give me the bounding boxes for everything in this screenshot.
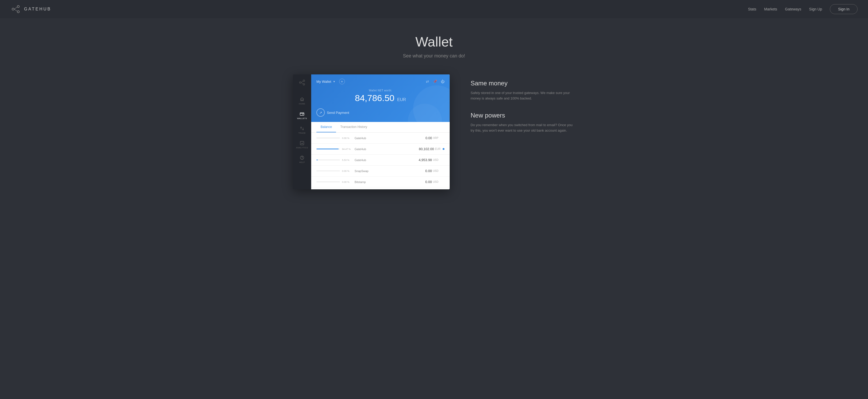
wallet-name-row: My Wallet ▾ +	[316, 78, 345, 84]
wallet-header-actions: ⇄ 📌 ⏻	[426, 79, 444, 84]
wallet-tabs: Balance Transaction History	[311, 122, 450, 133]
balance-currency: XRP	[433, 137, 438, 139]
sidebar-item-analytics[interactable]: ANALYTICS	[296, 138, 309, 151]
feature-block-0: Same money Safely stored in one of your …	[471, 80, 575, 101]
balance-bar-container	[316, 138, 340, 138]
balance-amount: 80,102.00	[419, 147, 434, 151]
send-payment-label: Send Payment	[327, 111, 349, 114]
sidebar-item-help[interactable]: HELP	[296, 153, 309, 166]
balance-table: 0.00 % GateHub 0.00 XRP 94.47 % GateHub …	[311, 133, 450, 189]
sidebar-help-label: HELP	[299, 161, 305, 163]
sidebar-wallets-label: WALLETS	[297, 117, 307, 120]
sidebar: HOME WALLETS TRADE	[293, 74, 311, 189]
balance-gateway: Bitstamp	[352, 180, 425, 184]
svg-point-1	[17, 5, 19, 7]
balance-bar-container	[316, 181, 340, 182]
wallet-name: My Wallet	[316, 80, 331, 84]
tab-transaction-history[interactable]: Transaction History	[336, 122, 371, 132]
balance-bar-container	[316, 148, 340, 149]
logo-area: GATEHUB	[10, 4, 51, 14]
add-wallet-button[interactable]: +	[339, 78, 345, 84]
balance-row: 0.00 % SnapSwap 0.00 USD	[311, 166, 450, 176]
nav-signup[interactable]: Sign Up	[809, 7, 822, 11]
balance-amount: 0.00	[425, 136, 432, 140]
svg-point-5	[300, 82, 301, 83]
shuffle-icon[interactable]: ⇄	[426, 79, 429, 84]
send-payment-button[interactable]: ↗ Send Payment	[316, 108, 349, 117]
hero-title: Wallet	[5, 34, 863, 49]
feature-text-0: Safely stored in one of your trusted gat…	[471, 90, 575, 101]
svg-point-7	[303, 84, 305, 85]
balance-bar-container	[316, 170, 340, 171]
home-icon	[300, 97, 304, 102]
sidebar-item-home[interactable]: HOME	[296, 94, 309, 107]
balance-bar-track	[316, 148, 340, 149]
balance-gateway: SnapSwap	[352, 169, 425, 173]
net-worth-amount: 84,786.50	[355, 93, 394, 103]
sidebar-home-label: HOME	[299, 103, 305, 105]
balance-bar-fill	[316, 160, 318, 160]
feature-title-0: Same money	[471, 80, 575, 87]
svg-line-3	[14, 7, 17, 9]
balance-amount: 0.00	[425, 169, 432, 173]
svg-line-4	[14, 9, 17, 11]
sidebar-item-wallets[interactable]: WALLETS	[296, 109, 309, 122]
balance-currency: EUR	[435, 147, 440, 151]
sidebar-logo	[298, 78, 306, 88]
wallet-mockup: HOME WALLETS TRADE	[293, 74, 450, 189]
balance-bar-track	[316, 181, 340, 182]
help-icon	[300, 155, 304, 160]
balance-bar-container	[316, 160, 340, 160]
nav-stats[interactable]: Stats	[748, 7, 756, 11]
logo-text: GATEHUB	[24, 7, 51, 11]
logo-icon	[10, 4, 21, 14]
signin-button[interactable]: Sign In	[830, 4, 858, 14]
svg-point-13	[302, 159, 302, 159]
balance-percent: 5.53 %	[342, 159, 352, 161]
sidebar-trade-label: TRADE	[299, 132, 306, 134]
trade-icon	[300, 126, 304, 131]
balance-percent: 0.00 %	[342, 181, 352, 183]
balance-row: 5.53 % GateHub 4,953.98 USD	[311, 155, 450, 166]
nav-gateways[interactable]: Gateways	[785, 7, 801, 11]
power-icon[interactable]: ⏻	[441, 79, 444, 84]
balance-currency: USD	[433, 169, 438, 172]
nav-markets[interactable]: Markets	[764, 7, 777, 11]
svg-point-2	[17, 11, 19, 13]
wallet-icon	[300, 111, 304, 116]
balance-bar-track	[316, 138, 340, 138]
balance-gateway: GateHub	[352, 137, 425, 140]
balance-dot	[443, 148, 444, 150]
right-panel: Same money Safely stored in one of your …	[465, 74, 575, 189]
pin-icon[interactable]: 📌	[433, 79, 437, 84]
hero-subtitle: See what your money can do!	[5, 53, 863, 59]
balance-row: 94.47 % GateHub 80,102.00 EUR	[311, 144, 450, 155]
analytics-icon	[300, 141, 304, 145]
balance-bar-fill	[316, 148, 339, 149]
chevron-down-icon[interactable]: ▾	[333, 80, 335, 83]
balance-row: 0.00 % Bitstamp 0.00 USD	[311, 176, 450, 188]
sidebar-item-trade[interactable]: TRADE	[296, 124, 309, 137]
feature-block-1: New powers Do you remember when you swit…	[471, 112, 575, 133]
send-icon: ↗	[316, 108, 325, 117]
balance-percent: 0.00 %	[342, 170, 352, 172]
balance-bar-track	[316, 170, 340, 171]
balance-percent: 94.47 %	[342, 148, 352, 151]
balance-percent: 0.00 %	[342, 137, 352, 139]
nav-links: Stats Markets Gateways Sign Up Sign In	[748, 4, 858, 14]
net-worth-currency: EUR	[397, 97, 406, 102]
feature-text-1: Do you remember when you switched from m…	[471, 122, 575, 133]
svg-point-0	[12, 8, 14, 10]
top-nav: GATEHUB Stats Markets Gateways Sign Up S…	[0, 0, 868, 18]
tab-balance[interactable]: Balance	[316, 122, 336, 132]
main-content: HOME WALLETS TRADE	[277, 69, 591, 205]
balance-amount: 4,953.98	[418, 158, 432, 162]
feature-title-1: New powers	[471, 112, 575, 119]
wallet-header: My Wallet ▾ + ⇄ 📌 ⏻ Wallet NET worth: 84…	[311, 74, 450, 122]
balance-amount: 0.00	[425, 180, 432, 184]
balance-gateway: GateHub	[352, 159, 418, 162]
balance-currency: USD	[433, 180, 438, 183]
balance-gateway: GateHub	[352, 147, 419, 151]
sidebar-analytics-label: ANALYTICS	[296, 146, 308, 149]
balance-currency: USD	[433, 159, 438, 161]
